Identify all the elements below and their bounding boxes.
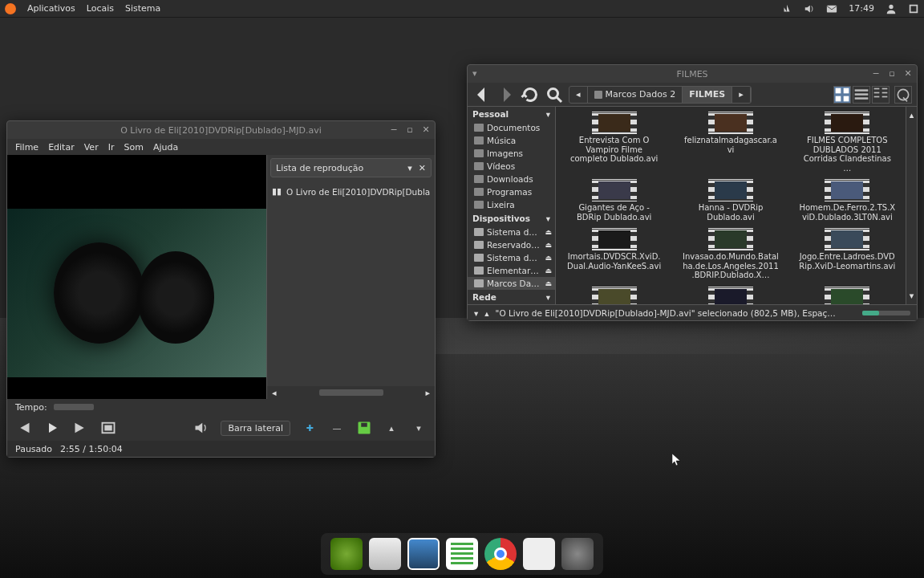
eject-icon[interactable]: ⏏ (545, 267, 552, 275)
sidebar-item[interactable]: Reservado … ⏏ (468, 238, 555, 251)
eject-icon[interactable]: ⏏ (545, 228, 552, 236)
search-button[interactable] (545, 85, 564, 104)
scroll-up-icon[interactable]: ▴ (910, 110, 914, 120)
path-forward-icon[interactable]: ▸ (732, 87, 751, 103)
next-button[interactable] (73, 420, 89, 436)
file-item[interactable]: FILMES COMPLETOS DUBLADOS 2011 Corridas … (792, 110, 902, 174)
player-titlebar[interactable]: O Livro de Eli[2010]DVDRip[Dublado]-MJD.… (7, 121, 435, 139)
dock-chrome-icon[interactable] (484, 538, 517, 570)
scroll-left-icon[interactable]: ◂ (272, 388, 277, 398)
prev-button[interactable] (15, 420, 31, 436)
forward-button[interactable] (496, 85, 516, 104)
playlist-dropdown[interactable]: Lista de reprodução ▾ ✕ (270, 158, 432, 177)
eject-icon[interactable]: ⏏ (545, 279, 552, 287)
playlist-up-button[interactable]: ▴ (383, 420, 399, 436)
time-slider[interactable] (54, 404, 94, 410)
panel-clock[interactable]: 17:49 (849, 3, 874, 14)
scroll-down-icon[interactable]: ▾ (910, 291, 914, 301)
eject-icon[interactable]: ⏏ (545, 241, 552, 249)
menu-ajuda[interactable]: Ajuda (153, 142, 178, 153)
fm-titlebar[interactable]: FILMES ─ ▫ ✕ ▾ (468, 65, 917, 83)
dock-settings-icon[interactable] (561, 538, 594, 570)
file-item[interactable]: Ladrões[2010]DVDRip-XviD[Dublado] MJD av… (675, 285, 785, 305)
playlist-save-button[interactable] (356, 420, 372, 436)
menu-filme[interactable]: Filme (15, 142, 38, 153)
dock-photos-icon[interactable] (407, 538, 440, 570)
view-list-button[interactable] (853, 86, 870, 104)
sidebar-toggle-button[interactable]: Barra lateral (221, 421, 290, 436)
window-menu-icon[interactable]: ▾ (472, 68, 477, 79)
sidebar-item[interactable]: Programas (468, 185, 555, 198)
mail-icon[interactable] (826, 3, 837, 14)
sidebar-section-rede[interactable]: Rede▾ (468, 290, 555, 304)
reload-button[interactable] (521, 85, 540, 104)
maximize-button[interactable]: ▫ (886, 67, 898, 79)
file-item[interactable]: Imortais.DVDSCR.XviD.Dual.Audio-YanKeeS.… (559, 226, 669, 282)
sidebar-section-dispositivos[interactable]: Dispositivos▾ (468, 211, 555, 226)
shutdown-icon[interactable] (908, 3, 919, 14)
menu-ir[interactable]: Ir (108, 142, 115, 153)
playlist-close-button[interactable]: ✕ (419, 163, 426, 173)
play-button[interactable] (43, 418, 62, 438)
dock-leaf-icon[interactable] (330, 538, 363, 570)
volume-button[interactable] (193, 420, 209, 436)
playlist-scrollbar[interactable]: ◂ ▸ (267, 386, 435, 399)
statusbar-tri-up-icon[interactable]: ▴ (484, 308, 488, 318)
zoom-slider[interactable] (862, 311, 910, 315)
minimize-button[interactable]: ─ (870, 67, 881, 79)
eject-icon[interactable]: ⏏ (545, 254, 552, 262)
file-item[interactable]: Entrevista Com O Vampiro Filme completo … (559, 110, 669, 174)
menu-som[interactable]: Som (124, 142, 143, 153)
view-icons-button[interactable] (833, 86, 851, 104)
dock-document-icon[interactable] (523, 538, 555, 570)
panel-menu-aplicativos[interactable]: Aplicativos (27, 3, 75, 14)
sidebar-item[interactable]: Downloads (468, 173, 555, 185)
sidebar-item[interactable]: Elementary…⏏ (468, 264, 555, 277)
path-back-icon[interactable]: ◂ (569, 87, 588, 103)
panel-menu-locais[interactable]: Locais (87, 3, 114, 14)
maximize-button[interactable]: ▫ (404, 124, 415, 135)
back-button[interactable] (472, 85, 492, 104)
sidebar-item[interactable]: Imagens (468, 147, 555, 160)
user-icon[interactable] (886, 3, 897, 14)
file-item[interactable]: Hanna - DVDRip Dublado.avi (675, 177, 785, 223)
file-item[interactable]: Invasao.do.Mundo.Batalha.de.Los.Angeles.… (675, 226, 785, 282)
statusbar-tri-down-icon[interactable]: ▾ (474, 308, 478, 318)
playlist-down-button[interactable]: ▾ (411, 420, 427, 436)
fm-scrollbar[interactable]: ▴ ▾ (906, 107, 917, 304)
menu-ver[interactable]: Ver (84, 142, 99, 153)
volume-icon[interactable] (804, 3, 815, 14)
panel-menu-sistema[interactable]: Sistema (125, 3, 160, 14)
path-root[interactable]: Marcos Dados 2 (588, 87, 683, 103)
fm-content[interactable]: Entrevista Com O Vampiro Filme completo … (556, 107, 906, 304)
sidebar-item[interactable]: Sistema de arq…⏏ (468, 226, 555, 238)
sidebar-item[interactable]: Vídeos (468, 160, 555, 173)
close-button[interactable]: ✕ (420, 124, 432, 135)
scroll-right-icon[interactable]: ▸ (425, 388, 430, 398)
file-item[interactable]: Jogo de Morte - DVDRip Dublado - www (559, 285, 669, 305)
view-compact-button[interactable] (872, 86, 890, 104)
file-item[interactable]: feliznatalmadagascar.avi (675, 110, 785, 174)
dock-desktop-icon[interactable] (369, 538, 401, 570)
file-item[interactable]: Gigantes de Aço - BDRip Dublado.avi (559, 177, 669, 223)
ubuntu-logo-icon[interactable] (5, 3, 16, 14)
playlist-item[interactable]: ▮▮ O Livro de Eli[2010]DVDRip[Dublado]-M… (272, 184, 430, 199)
dock-spreadsheet-icon[interactable] (446, 538, 478, 570)
sidebar-item[interactable]: Sistema de …⏏ (468, 251, 555, 264)
sidebar-item[interactable]: Música (468, 134, 555, 147)
file-item[interactable]: Homem.De.Ferro.2.TS.XviD.Dublado.3LT0N.a… (792, 177, 902, 223)
playlist-remove-button[interactable]: — (329, 420, 345, 436)
video-area[interactable] (7, 155, 266, 399)
sidebar-section-pessoal[interactable]: Pessoal▾ (468, 107, 555, 121)
sidebar-item[interactable]: Lixeira (468, 198, 555, 211)
file-item[interactable]: Lanterna.Verde.BDRip.XviD Dublado (792, 285, 902, 305)
close-button[interactable]: ✕ (902, 67, 914, 79)
fullscreen-button[interactable] (100, 420, 116, 436)
network-icon[interactable] (781, 3, 792, 14)
path-current[interactable]: FILMES (683, 87, 732, 103)
sidebar-item[interactable]: Marcos Da…⏏ (468, 277, 555, 290)
view-settings-button[interactable] (894, 86, 912, 104)
playlist-add-button[interactable]: ✚ (302, 420, 318, 436)
minimize-button[interactable]: ─ (388, 124, 399, 135)
menu-editar[interactable]: Editar (48, 142, 75, 153)
